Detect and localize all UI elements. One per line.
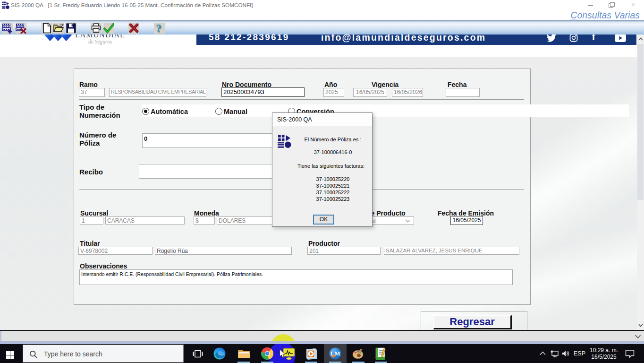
svg-text:LM: LM	[330, 350, 340, 357]
